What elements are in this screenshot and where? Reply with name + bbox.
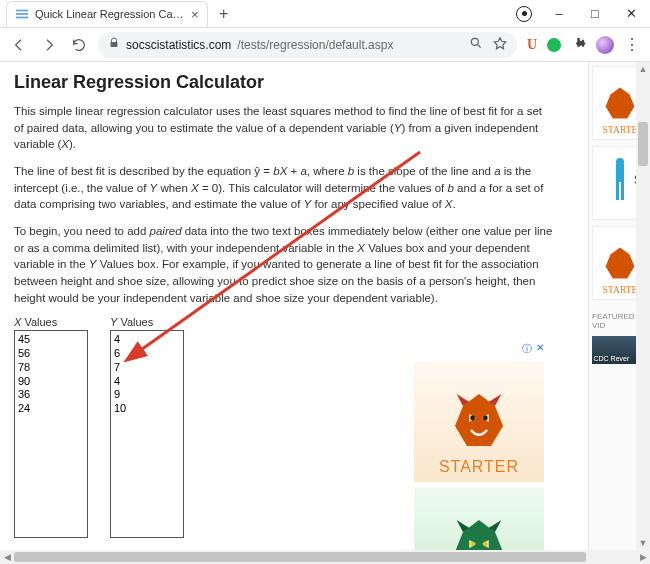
page-viewport: Linear Regression Calculator This simple…: [0, 62, 650, 550]
svg-rect-1: [16, 13, 28, 15]
window-controls: – □ ✕: [516, 5, 650, 23]
side-ad-panel: STARTE S STARTE FEATURED VID CDC Rever ▲…: [588, 62, 650, 550]
search-icon[interactable]: [469, 36, 483, 53]
window-titlebar: Quick Linear Regression Calculat × + – □…: [0, 0, 650, 28]
profile-avatar[interactable]: [596, 36, 614, 54]
vertical-scroll-thumb[interactable]: [638, 122, 648, 166]
y-values-column: Y Values: [110, 316, 184, 538]
x-values-column: X Values: [14, 316, 88, 538]
y-values-input[interactable]: [110, 330, 184, 538]
svg-rect-13: [616, 164, 624, 182]
scroll-up-button[interactable]: ▲: [636, 62, 650, 76]
page-content: Linear Regression Calculator This simple…: [0, 62, 588, 550]
vertical-scrollbar[interactable]: ▲ ▼: [636, 62, 650, 550]
ad-starter-label: STARTER: [439, 458, 519, 476]
x-values-label: X Values: [14, 316, 88, 328]
ad-info-icon[interactable]: ⓘ: [522, 342, 532, 356]
page-title: Linear Regression Calculator: [14, 72, 580, 93]
svg-rect-2: [16, 17, 28, 19]
star-icon[interactable]: [493, 36, 507, 53]
ad-controls: ⓘ ✕: [414, 342, 544, 356]
new-tab-button[interactable]: +: [212, 2, 236, 26]
browser-tab-active[interactable]: Quick Linear Regression Calculat ×: [6, 1, 208, 27]
intro-paragraph-2: The line of best fit is described by the…: [14, 163, 554, 213]
address-bar[interactable]: socscistatistics.com/tests/regression/de…: [98, 32, 517, 58]
svg-marker-6: [494, 38, 506, 49]
svg-point-4: [471, 38, 478, 45]
horizontal-scroll-thumb[interactable]: [14, 552, 586, 562]
window-close-button[interactable]: ✕: [622, 5, 640, 23]
extensions-area: U ⋮: [525, 35, 642, 54]
tab-favicon: [15, 7, 29, 21]
ad-creator[interactable]: CREATOR: [414, 488, 544, 550]
svg-line-5: [478, 45, 481, 48]
tab-close-icon[interactable]: ×: [191, 7, 199, 22]
browser-toolbar: socscistatistics.com/tests/regression/de…: [0, 28, 650, 62]
svg-point-9: [483, 416, 488, 421]
reload-button[interactable]: [68, 34, 90, 56]
window-maximize-button[interactable]: □: [586, 5, 604, 23]
svg-rect-3: [111, 42, 118, 47]
url-path: /tests/regression/default.aspx: [237, 38, 393, 52]
svg-rect-16: [621, 182, 624, 200]
ad-close-icon[interactable]: ✕: [536, 342, 544, 356]
svg-point-14: [616, 158, 624, 166]
svg-rect-15: [616, 182, 619, 200]
ad-starter[interactable]: STARTER: [414, 362, 544, 482]
window-minimize-button[interactable]: –: [550, 5, 568, 23]
intro-paragraph-1: This simple linear regression calculator…: [14, 103, 554, 153]
lock-icon: [108, 37, 120, 52]
tiger-mascot-icon: [439, 382, 519, 462]
extension-u-icon[interactable]: U: [527, 37, 537, 53]
horizontal-scroll-track[interactable]: [14, 552, 636, 562]
svg-text:STARTE: STARTE: [602, 124, 637, 135]
scroll-right-button[interactable]: ▶: [636, 552, 650, 562]
svg-point-8: [470, 416, 475, 421]
url-host: socscistatistics.com: [126, 38, 231, 52]
y-values-label: Y Values: [110, 316, 184, 328]
account-indicator-icon[interactable]: [516, 6, 532, 22]
tab-strip: Quick Linear Regression Calculat × +: [0, 0, 516, 28]
scroll-left-button[interactable]: ◀: [0, 552, 14, 562]
address-bar-actions: [469, 36, 507, 53]
tab-title: Quick Linear Regression Calculat: [35, 8, 185, 20]
back-button[interactable]: [8, 34, 30, 56]
svg-text:STARTE: STARTE: [602, 284, 637, 295]
svg-point-11: [483, 542, 488, 547]
extensions-button[interactable]: [571, 36, 586, 54]
svg-rect-0: [16, 10, 28, 12]
browser-menu-button[interactable]: ⋮: [624, 35, 640, 54]
scroll-down-button[interactable]: ▼: [636, 536, 650, 550]
extension-green-icon[interactable]: [547, 38, 561, 52]
x-values-input[interactable]: [14, 330, 88, 538]
inline-ad-stack: ⓘ ✕ STARTER: [414, 342, 544, 550]
forward-button[interactable]: [38, 34, 60, 56]
svg-point-10: [470, 542, 475, 547]
horizontal-scrollbar[interactable]: ◀ ▶: [0, 550, 650, 564]
intro-paragraph-3: To begin, you need to add paired data in…: [14, 223, 554, 306]
tiger-green-mascot-icon: [439, 508, 519, 550]
